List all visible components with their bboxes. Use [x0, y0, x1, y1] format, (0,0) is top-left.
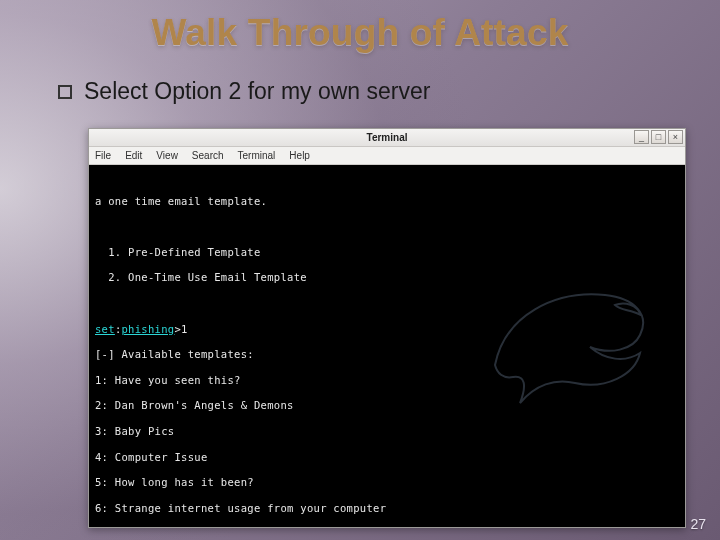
page-number: 27: [690, 516, 706, 532]
terminal-line: 1. Pre-Defined Template: [95, 246, 679, 259]
terminal-line: 2. One-Time Use Email Template: [95, 271, 679, 284]
terminal-window: Terminal _ □ × File Edit View Search Ter…: [88, 128, 686, 528]
prompt-module: phishing: [122, 323, 175, 335]
bullet-item: Select Option 2 for my own server: [58, 78, 720, 105]
terminal-prompt-line: set:phishing>1: [95, 323, 679, 336]
terminal-blank: [95, 220, 679, 233]
bullet-marker: [58, 85, 72, 99]
terminal-line: [-] Available templates:: [95, 348, 679, 361]
minimize-button[interactable]: _: [634, 130, 649, 144]
terminal-body[interactable]: a one time email template. 1. Pre-Define…: [89, 165, 685, 527]
terminal-line: 3: Baby Pics: [95, 425, 679, 438]
terminal-line: 1: Have you seen this?: [95, 374, 679, 387]
prompt-input: >1: [174, 323, 187, 335]
menubar: File Edit View Search Terminal Help: [89, 147, 685, 165]
terminal-line: 4: Computer Issue: [95, 451, 679, 464]
prompt-set: set: [95, 323, 115, 335]
window-title: Terminal: [89, 132, 685, 143]
menu-help[interactable]: Help: [289, 150, 310, 161]
close-button[interactable]: ×: [668, 130, 683, 144]
menu-file[interactable]: File: [95, 150, 111, 161]
terminal-line: a one time email template.: [95, 195, 679, 208]
bullet-text: Select Option 2 for my own server: [84, 78, 430, 105]
menu-search[interactable]: Search: [192, 150, 224, 161]
titlebar: Terminal _ □ ×: [89, 129, 685, 147]
terminal-line: 6: Strange internet usage from your comp…: [95, 502, 679, 515]
menu-edit[interactable]: Edit: [125, 150, 142, 161]
terminal-line: 5: How long has it been?: [95, 476, 679, 489]
slide-title: Walk Through of Attack: [0, 0, 720, 54]
terminal-line: 2: Dan Brown's Angels & Demons: [95, 399, 679, 412]
window-controls: _ □ ×: [634, 130, 683, 144]
maximize-button[interactable]: □: [651, 130, 666, 144]
terminal-blank: [95, 297, 679, 310]
menu-terminal[interactable]: Terminal: [238, 150, 276, 161]
menu-view[interactable]: View: [156, 150, 178, 161]
